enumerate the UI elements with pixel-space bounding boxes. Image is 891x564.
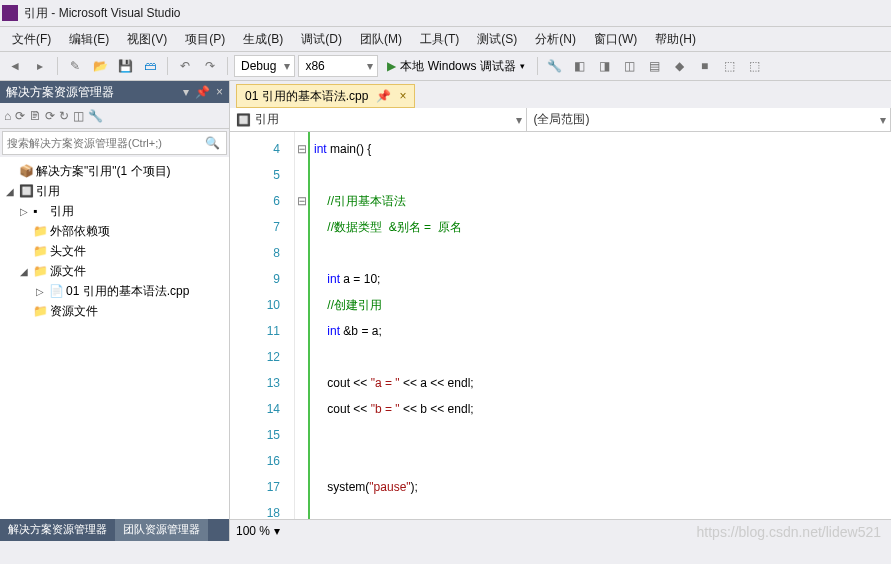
tree-label: 源文件 [50,263,86,280]
tree-item[interactable]: ▷📄01 引用的基本语法.cpp [0,281,229,301]
tool-icon[interactable]: ◨ [594,55,616,77]
tree-item[interactable]: ◢📁源文件 [0,261,229,281]
open-icon[interactable]: 📂 [89,55,111,77]
close-icon[interactable]: × [399,89,406,103]
back-icon[interactable]: ◄ [4,55,26,77]
tree-label: 引用 [36,183,60,200]
tool-icon[interactable]: ◆ [669,55,691,77]
code-text[interactable]: int main() { //引用基本语法 //数据类型 &别名 = 原名 in… [310,132,891,519]
menu-debug[interactable]: 调试(D) [293,29,350,50]
file-icon: 📁 [33,264,47,278]
tool-icon[interactable]: ⬚ [744,55,766,77]
file-tab[interactable]: 01 引用的基本语法.cpp 📌 × [236,84,415,108]
config-dropdown[interactable]: Debug [234,55,295,77]
file-icon: 📁 [33,304,47,318]
file-icon: 📄 [49,284,63,298]
tree-item[interactable]: 📁头文件 [0,241,229,261]
save-icon[interactable]: 💾 [114,55,136,77]
menu-build[interactable]: 生成(B) [235,29,291,50]
tree-item[interactable]: 📦解决方案"引用"(1 个项目) [0,161,229,181]
tab-solution-explorer[interactable]: 解决方案资源管理器 [0,519,115,541]
expand-icon[interactable]: ▷ [34,286,46,297]
expand-icon[interactable]: ◢ [18,266,30,277]
tree-label: 解决方案"引用"(1 个项目) [36,163,171,180]
menu-edit[interactable]: 编辑(E) [61,29,117,50]
file-icon: 📁 [33,224,47,238]
tool-icon[interactable]: ↻ [59,109,69,123]
chevron-down-icon: ▾ [520,61,525,71]
fold-margin[interactable]: ⊟ ⊟ [295,132,310,519]
member-dropdown[interactable]: (全局范围) [527,108,891,131]
menu-view[interactable]: 视图(V) [119,29,175,50]
panel-toolbar: ⌂ ⟳ 🖹 ⟳ ↻ ◫ 🔧 [0,103,229,129]
play-icon: ▶ [387,59,396,73]
menu-file[interactable]: 文件(F) [4,29,59,50]
sidebar-tabs: 解决方案资源管理器 团队资源管理器 [0,519,229,541]
menu-tools[interactable]: 工具(T) [412,29,467,50]
home-icon[interactable]: ⌂ [4,109,11,123]
file-icon: 📦 [19,164,33,178]
dropdown-icon[interactable]: ▾ [183,85,189,99]
properties-icon[interactable]: 🔧 [88,109,103,123]
tool-icon[interactable]: ◫ [619,55,641,77]
tree-item[interactable]: 📁外部依赖项 [0,221,229,241]
panel-title: 解决方案资源管理器 [6,84,114,101]
tab-team-explorer[interactable]: 团队资源管理器 [115,519,208,541]
tree-item[interactable]: ◢🔲引用 [0,181,229,201]
vs-icon [2,5,18,21]
tree-label: 引用 [50,203,74,220]
separator [57,57,58,75]
chevron-down-icon: ▾ [274,524,280,538]
separator [537,57,538,75]
menu-window[interactable]: 窗口(W) [586,29,645,50]
tool-icon[interactable]: ■ [694,55,716,77]
new-icon[interactable]: ✎ [64,55,86,77]
panel-header: 解决方案资源管理器 ▾ 📌 × [0,81,229,103]
window-title: 引用 - Microsoft Visual Studio [24,5,181,22]
refresh-icon[interactable]: ⟳ [15,109,25,123]
tab-strip: 01 引用的基本语法.cpp 📌 × [230,81,891,108]
menu-help[interactable]: 帮助(H) [647,29,704,50]
tool-icon[interactable]: ◫ [73,109,84,123]
menu-analyze[interactable]: 分析(N) [527,29,584,50]
nav-bar: 🔲 引用 (全局范围) [230,108,891,132]
undo-icon[interactable]: ↶ [174,55,196,77]
tree-item[interactable]: ▷▪引用 [0,201,229,221]
tree-item[interactable]: 📁资源文件 [0,301,229,321]
tree: 📦解决方案"引用"(1 个项目)◢🔲引用▷▪引用📁外部依赖项📁头文件◢📁源文件▷… [0,157,229,519]
search-box[interactable]: 🔍 [2,131,227,155]
tool-icon[interactable]: ⬚ [719,55,741,77]
expand-icon[interactable]: ◢ [4,186,16,197]
forward-icon[interactable]: ▸ [29,55,51,77]
tool-icon[interactable]: ⟳ [45,109,55,123]
menu-bar: 文件(F) 编辑(E) 视图(V) 项目(P) 生成(B) 调试(D) 团队(M… [0,27,891,51]
menu-project[interactable]: 项目(P) [177,29,233,50]
project-icon: 🔲 [236,113,251,127]
status-strip: 100 % ▾ [230,519,891,541]
tool-icon[interactable]: 🔧 [544,55,566,77]
menu-test[interactable]: 测试(S) [469,29,525,50]
zoom-level[interactable]: 100 % ▾ [236,524,280,538]
platform-dropdown[interactable]: x86 [298,55,378,77]
tree-label: 外部依赖项 [50,223,110,240]
saveall-icon[interactable]: 🗃 [139,55,161,77]
separator [227,57,228,75]
tool-icon[interactable]: ▤ [644,55,666,77]
redo-icon[interactable]: ↷ [199,55,221,77]
tree-label: 01 引用的基本语法.cpp [66,283,189,300]
search-input[interactable] [3,137,199,149]
search-icon[interactable]: 🔍 [199,136,226,150]
expand-icon[interactable]: ▷ [18,206,30,217]
tool-icon[interactable]: 🖹 [29,109,41,123]
scope-dropdown[interactable]: 🔲 引用 [230,108,527,131]
pin-icon[interactable]: 📌 [376,89,391,103]
run-button[interactable]: ▶ 本地 Windows 调试器 ▾ [381,55,530,77]
editor: 01 引用的基本语法.cpp 📌 × 🔲 引用 (全局范围) 456789101… [230,81,891,541]
close-icon[interactable]: × [216,85,223,99]
solution-explorer: 解决方案资源管理器 ▾ 📌 × ⌂ ⟳ 🖹 ⟳ ↻ ◫ 🔧 🔍 📦解决方案"引用… [0,81,230,541]
pin-icon[interactable]: 📌 [195,85,210,99]
tool-icon[interactable]: ◧ [569,55,591,77]
code-area[interactable]: 45678910111213141516171819 ⊟ ⊟ int main(… [230,132,891,519]
menu-team[interactable]: 团队(M) [352,29,410,50]
file-icon: 📁 [33,244,47,258]
